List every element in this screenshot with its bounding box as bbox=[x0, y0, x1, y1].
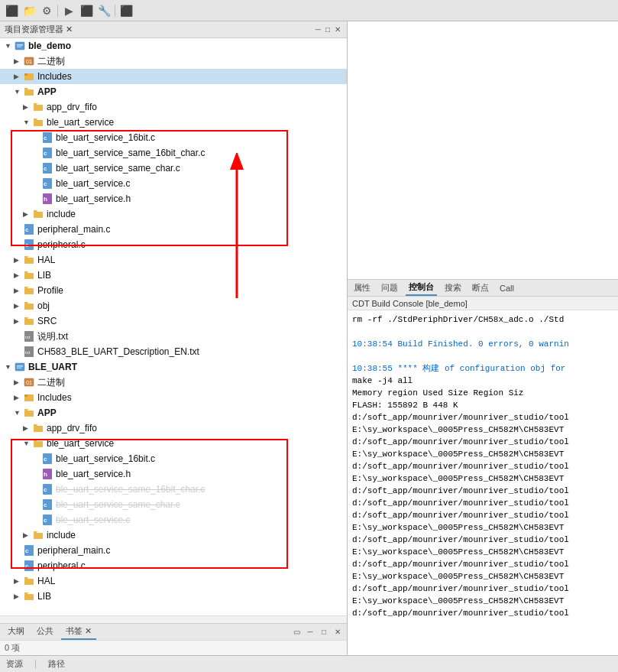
tree-arrow-binary2[interactable]: ▶ bbox=[14, 378, 23, 386]
tree-label-binary1: 二进制 bbox=[37, 55, 65, 68]
tree-item-peripheral-main1[interactable]: c peripheral_main.c bbox=[0, 222, 347, 237]
tree-item-ble-demo[interactable]: ▼ ble_demo bbox=[0, 38, 347, 54]
tree-arrow-app2[interactable]: ▼ bbox=[14, 409, 23, 417]
tree-item-app-drv-fifo2[interactable]: ▶ app_drv_fifo bbox=[0, 420, 347, 436]
toolbar-icon-5[interactable]: ⬛ bbox=[78, 2, 95, 19]
panel-ctrl-maximize[interactable]: □ bbox=[324, 25, 332, 34]
console-content[interactable]: rm -rf ./StdPeriphDriver/CH58x_adc.o ./S… bbox=[348, 310, 618, 655]
tree-item-app1[interactable]: ▼ APP bbox=[0, 84, 347, 99]
tree-arrow-ble-demo[interactable]: ▼ bbox=[5, 42, 14, 50]
tree-arrow-ble-uart-service2[interactable]: ▼ bbox=[23, 440, 32, 447]
toolbar-icon-4[interactable]: ▶ bbox=[60, 2, 77, 19]
tree-item-peripheral1[interactable]: c peripheral.c bbox=[0, 237, 347, 252]
tree-arrow-include2[interactable]: ▶ bbox=[23, 531, 32, 539]
tree-arrow-profile1[interactable]: ▶ bbox=[14, 287, 23, 294]
tree-arrow-lib2[interactable]: ▶ bbox=[14, 592, 23, 600]
tree-arrow-lib1[interactable]: ▶ bbox=[14, 271, 23, 279]
tree-item-file-5[interactable]: h ble_uart_service.h bbox=[0, 191, 347, 206]
toolbar-icon-6[interactable]: 🔧 bbox=[95, 2, 112, 19]
tree-item-file-2[interactable]: c ble_uart_service_same_16bit_char.c bbox=[0, 145, 347, 161]
tree-arrow-include1[interactable]: ▶ bbox=[23, 210, 32, 218]
tree-arrow-includes1[interactable]: ▶ bbox=[14, 73, 23, 80]
panel-ctrl-minimize[interactable]: ─ bbox=[314, 25, 322, 34]
tab-bookmark[interactable]: 书签 ✕ bbox=[61, 624, 96, 640]
svg-text:txt: txt bbox=[25, 350, 31, 355]
tree-item-hal2[interactable]: ▶ HAL bbox=[0, 573, 347, 589]
console-title-bar: CDT Build Console [ble_demo] bbox=[348, 297, 618, 310]
tree-item-ble-uart[interactable]: ▼ BLE_UART bbox=[0, 359, 347, 375]
tree-hscroll[interactable] bbox=[0, 615, 347, 623]
binary-icon-1: 01 bbox=[23, 55, 35, 67]
tree-item-ble-uart-service1[interactable]: ▼ ble_uart_service bbox=[0, 115, 347, 130]
toolbar-icon-7[interactable]: ⬛ bbox=[118, 2, 134, 19]
console-tab-properties[interactable]: 属性 bbox=[351, 281, 374, 295]
panel-ctrl-close[interactable]: ✕ bbox=[333, 25, 342, 34]
tree-arrow-includes2[interactable]: ▶ bbox=[14, 394, 23, 401]
bottom-panel-tabs: 大纲 公共 书签 ✕ ▭ ─ □ ✕ bbox=[0, 623, 347, 640]
tree-item-shuoming[interactable]: txt 说明.txt bbox=[0, 329, 347, 344]
console-tab-console[interactable]: 控制台 bbox=[406, 280, 437, 296]
bottom-ctrl-1[interactable]: ▭ bbox=[290, 626, 303, 638]
txt-file-icon-2: txt bbox=[23, 346, 35, 358]
tree-item-lib1[interactable]: ▶ LIB bbox=[0, 268, 347, 283]
includes-icon-2 bbox=[23, 391, 35, 404]
tree-item-file-4[interactable]: c ble_uart_service.c bbox=[0, 176, 347, 191]
c-file-icon-4: c bbox=[41, 177, 53, 190]
toolbar-icon-1[interactable]: ⬛ bbox=[3, 2, 20, 19]
console-line-blank1 bbox=[352, 326, 613, 338]
tree-arrow-app1[interactable]: ▼ bbox=[14, 88, 23, 96]
tree-item-includes2[interactable]: ▶ Includes bbox=[0, 390, 347, 405]
tree-item-file-b1[interactable]: c ble_uart_service_16bit.c bbox=[0, 451, 347, 466]
tree-item-file-1[interactable]: c ble_uart_service_16bit.c bbox=[0, 130, 347, 145]
bottom-ctrl-2[interactable]: ─ bbox=[304, 626, 316, 638]
tree-area[interactable]: ▼ ble_demo ▶ 01 二进制 bbox=[0, 38, 347, 615]
tree-item-profile1[interactable]: ▶ Profile bbox=[0, 283, 347, 298]
tree-arrow-src1[interactable]: ▶ bbox=[14, 317, 23, 325]
tree-item-includes1[interactable]: ▶ Includes bbox=[0, 69, 347, 84]
tree-item-ble-uart-service2[interactable]: ▼ ble_uart_service bbox=[0, 436, 347, 451]
tree-item-binary1[interactable]: ▶ 01 二进制 bbox=[0, 54, 347, 69]
tree-item-hal1[interactable]: ▶ HAL bbox=[0, 252, 347, 268]
svg-text:c: c bbox=[44, 180, 47, 187]
console-line-20: E:\sy_workspace\_0005Press_CH582M\CH583E… bbox=[352, 570, 613, 583]
tree-item-file-b2[interactable]: h ble_uart_service.h bbox=[0, 466, 347, 482]
tree-item-peripheral-main2[interactable]: c peripheral_main.c bbox=[0, 543, 347, 558]
tree-arrow-app-drv-fifo1[interactable]: ▶ bbox=[23, 103, 32, 111]
tree-arrow-hal2[interactable]: ▶ bbox=[14, 577, 23, 585]
panel-title: 项目资源管理器 ✕ bbox=[5, 24, 73, 35]
tree-item-file-3[interactable]: c ble_uart_service_same_char.c bbox=[0, 161, 347, 176]
tree-item-obj1[interactable]: ▶ obj bbox=[0, 298, 347, 313]
tree-item-file-b5[interactable]: c ble_uart_service.c bbox=[0, 512, 347, 528]
tab-dagang[interactable]: 大纲 bbox=[3, 624, 29, 640]
tree-item-ch583-desc[interactable]: txt CH583_BLE_UART_Description_EN.txt bbox=[0, 344, 347, 359]
toolbar-icon-2[interactable]: 📁 bbox=[21, 2, 37, 19]
tree-arrow-binary1[interactable]: ▶ bbox=[14, 57, 23, 65]
tree-arrow-hal1[interactable]: ▶ bbox=[14, 256, 23, 264]
bottom-ctrl-4[interactable]: ✕ bbox=[332, 626, 344, 638]
tree-item-file-b4[interactable]: c ble_uart_service_same_char.c bbox=[0, 497, 347, 512]
tree-arrow-ble-uart-service1[interactable]: ▼ bbox=[23, 118, 32, 126]
tree-label-ble-uart-service1: ble_uart_service bbox=[47, 117, 114, 128]
toolbar-icon-3[interactable]: ⚙ bbox=[38, 2, 55, 19]
tree-item-include1[interactable]: ▶ include bbox=[0, 206, 347, 222]
tree-item-lib2[interactable]: ▶ LIB bbox=[0, 589, 347, 604]
tree-item-file-b3[interactable]: c ble_uart_service_same_16bit_char.c bbox=[0, 482, 347, 497]
svg-marker-14 bbox=[34, 118, 37, 120]
tree-item-peripheral2[interactable]: c peripheral.c bbox=[0, 558, 347, 573]
console-tab-problems[interactable]: 问题 bbox=[378, 281, 401, 295]
tab-gonggong[interactable]: 公共 bbox=[32, 624, 58, 640]
console-tab-call[interactable]: Call bbox=[497, 282, 517, 294]
bottom-ctrl-3[interactable]: □ bbox=[318, 626, 330, 638]
c-file-icon-b4: c bbox=[41, 498, 53, 511]
tree-item-include2[interactable]: ▶ include bbox=[0, 528, 347, 543]
tree-item-app2[interactable]: ▼ APP bbox=[0, 405, 347, 420]
console-tab-breakpoints[interactable]: 断点 bbox=[469, 281, 492, 295]
tree-item-app-drv-fifo1[interactable]: ▶ app_drv_fifo bbox=[0, 99, 347, 115]
tree-arrow-ble-uart[interactable]: ▼ bbox=[5, 363, 14, 371]
svg-text:c: c bbox=[44, 486, 47, 493]
console-tab-search[interactable]: 搜索 bbox=[442, 281, 464, 295]
tree-item-src1[interactable]: ▶ SRC bbox=[0, 313, 347, 329]
tree-arrow-obj1[interactable]: ▶ bbox=[14, 302, 23, 310]
tree-arrow-app-drv-fifo2[interactable]: ▶ bbox=[23, 424, 32, 432]
tree-item-binary2[interactable]: ▶ 01 二进制 bbox=[0, 375, 347, 390]
